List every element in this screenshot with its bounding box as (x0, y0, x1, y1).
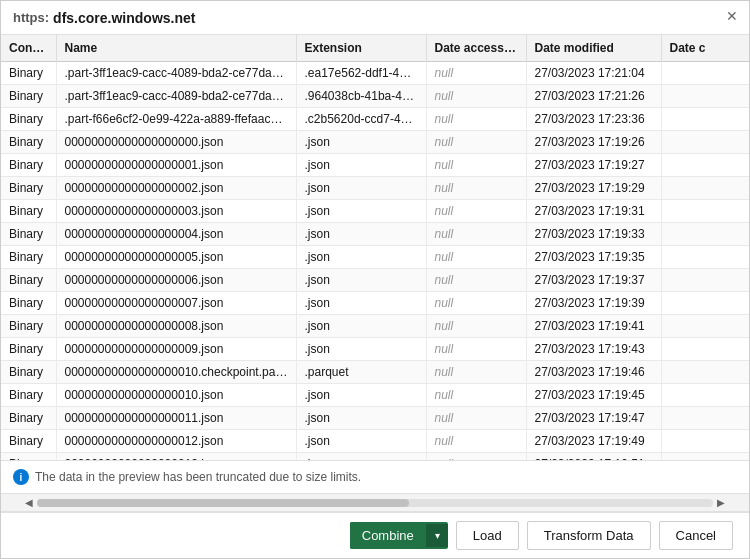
col-header-date-accessed[interactable]: Date accessed (426, 35, 526, 62)
table-cell (661, 407, 749, 430)
table-cell: Binary (1, 108, 56, 131)
info-bar: i The data in the preview has been trunc… (1, 461, 749, 494)
table-cell: Binary (1, 453, 56, 462)
table-row: Binary00000000000000000007.json.jsonnull… (1, 292, 749, 315)
table-cell: .json (296, 292, 426, 315)
table-cell: 00000000000000000011.json (56, 407, 296, 430)
table-cell: 27/03/2023 17:19:31 (526, 200, 661, 223)
table-cell: 00000000000000000005.json (56, 246, 296, 269)
load-button[interactable]: Load (456, 521, 519, 550)
table-cell (661, 292, 749, 315)
table-cell (661, 223, 749, 246)
table-cell (661, 200, 749, 223)
table-cell (661, 246, 749, 269)
table-cell: null (426, 108, 526, 131)
scroll-left-arrow[interactable]: ◀ (21, 495, 37, 511)
table-cell: Binary (1, 430, 56, 453)
table-row: Binary00000000000000000013.json.jsonnull… (1, 453, 749, 462)
table-cell: null (426, 292, 526, 315)
table-body: Binary.part-3ff1eac9-cacc-4089-bda2-ce77… (1, 62, 749, 462)
table-row: Binary00000000000000000003.json.jsonnull… (1, 200, 749, 223)
table-cell: null (426, 407, 526, 430)
table-cell: Binary (1, 315, 56, 338)
table-cell: .json (296, 200, 426, 223)
table-row: Binary.part-f66e6cf2-0e99-422a-a889-ffef… (1, 108, 749, 131)
table-cell (661, 85, 749, 108)
table-cell: 27/03/2023 17:19:26 (526, 131, 661, 154)
table-cell: 27/03/2023 17:19:27 (526, 154, 661, 177)
table-cell: Binary (1, 246, 56, 269)
table-cell: .json (296, 430, 426, 453)
col-header-content[interactable]: Content (1, 35, 56, 62)
table-cell: null (426, 338, 526, 361)
scroll-track[interactable] (37, 499, 713, 507)
table-cell (661, 338, 749, 361)
table-cell: .json (296, 154, 426, 177)
table-cell: .json (296, 338, 426, 361)
table-cell: 00000000000000000001.json (56, 154, 296, 177)
col-header-extension[interactable]: Extension (296, 35, 426, 62)
table-cell: 27/03/2023 17:21:04 (526, 62, 661, 85)
table-cell (661, 315, 749, 338)
table-cell: 27/03/2023 17:19:51 (526, 453, 661, 462)
table-cell: 27/03/2023 17:21:26 (526, 85, 661, 108)
table-cell: null (426, 315, 526, 338)
table-cell: .json (296, 177, 426, 200)
combine-button-group[interactable]: Combine ▾ (350, 522, 448, 549)
scroll-thumb[interactable] (37, 499, 409, 507)
table-cell: 00000000000000000008.json (56, 315, 296, 338)
table-cell: 27/03/2023 17:19:47 (526, 407, 661, 430)
table-cell (661, 384, 749, 407)
scroll-right-arrow[interactable]: ▶ (713, 495, 729, 511)
table-cell: null (426, 154, 526, 177)
table-cell: 00000000000000000002.json (56, 177, 296, 200)
col-header-date-c[interactable]: Date c (661, 35, 749, 62)
table-cell: 00000000000000000007.json (56, 292, 296, 315)
table-cell: .json (296, 384, 426, 407)
table-cell: 00000000000000000010.json (56, 384, 296, 407)
table-cell: null (426, 246, 526, 269)
table-cell: .json (296, 246, 426, 269)
table-cell (661, 62, 749, 85)
table-cell: Binary (1, 292, 56, 315)
table-row: Binary00000000000000000005.json.jsonnull… (1, 246, 749, 269)
table-cell: null (426, 453, 526, 462)
col-header-date-modified[interactable]: Date modified (526, 35, 661, 62)
table-row: Binary00000000000000000008.json.jsonnull… (1, 315, 749, 338)
info-icon: i (13, 469, 29, 485)
table-cell: 27/03/2023 17:19:39 (526, 292, 661, 315)
table-cell: null (426, 177, 526, 200)
cancel-button[interactable]: Cancel (659, 521, 733, 550)
table-row: Binary.part-3ff1eac9-cacc-4089-bda2-ce77… (1, 85, 749, 108)
title-bar: https: dfs.core.windows.net ✕ (1, 1, 749, 35)
col-header-name[interactable]: Name (56, 35, 296, 62)
close-button[interactable]: ✕ (723, 7, 741, 25)
table-cell: 27/03/2023 17:19:43 (526, 338, 661, 361)
horizontal-scrollbar[interactable]: ◀ ▶ (1, 494, 749, 512)
table-cell: 00000000000000000010.checkpoint.parquet (56, 361, 296, 384)
table-cell: 27/03/2023 17:19:41 (526, 315, 661, 338)
table-cell: null (426, 62, 526, 85)
url-label: https: (13, 10, 49, 25)
table-cell: Binary (1, 223, 56, 246)
table-cell: Binary (1, 269, 56, 292)
table-row: Binary00000000000000000006.json.jsonnull… (1, 269, 749, 292)
table-cell (661, 269, 749, 292)
table-header-row: Content Name Extension Date accessed Dat… (1, 35, 749, 62)
combine-button[interactable]: Combine (350, 522, 426, 549)
table-cell: .ea17e562-ddf1-475e-87af-d60c0ebc64e4 (296, 62, 426, 85)
transform-data-button[interactable]: Transform Data (527, 521, 651, 550)
table-cell (661, 453, 749, 462)
table-cell: null (426, 131, 526, 154)
table-row: Binary00000000000000000011.json.jsonnull… (1, 407, 749, 430)
table-row: Binary00000000000000000004.json.jsonnull… (1, 223, 749, 246)
table-cell: Binary (1, 338, 56, 361)
table-cell (661, 430, 749, 453)
table-cell: .part-3ff1eac9-cacc-4089-bda2-ce77da9b36… (56, 62, 296, 85)
table-row: Binary00000000000000000010.checkpoint.pa… (1, 361, 749, 384)
table-row: Binary00000000000000000001.json.jsonnull… (1, 154, 749, 177)
table-cell: 00000000000000000009.json (56, 338, 296, 361)
table-row: Binary00000000000000000002.json.jsonnull… (1, 177, 749, 200)
combine-dropdown-arrow[interactable]: ▾ (426, 524, 448, 547)
table-cell (661, 177, 749, 200)
